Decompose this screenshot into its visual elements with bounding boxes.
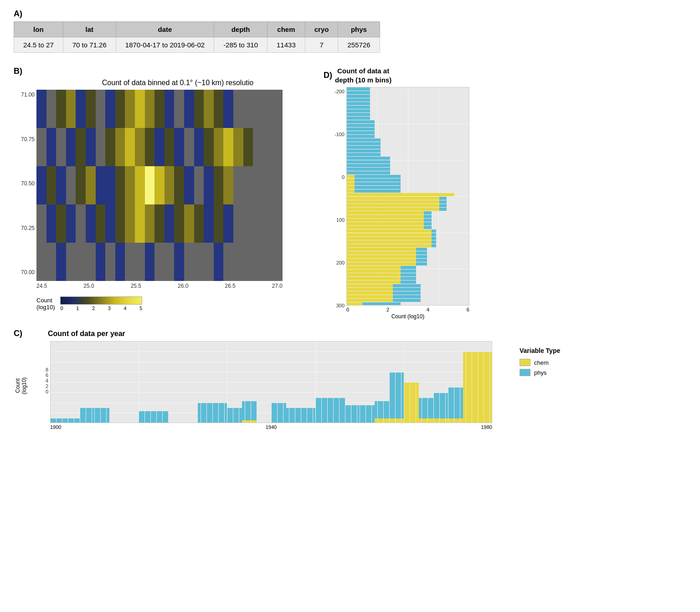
heatmap-legend: Count(log10) 012345: [36, 296, 314, 311]
ts-bar-chem: [413, 382, 416, 423]
ts-bar-chem: [446, 418, 448, 423]
section-c-label: C): [14, 329, 22, 338]
ts-bar-phys: [219, 403, 221, 423]
heatmap-cell: [66, 243, 76, 281]
depth-bar-chem: [347, 182, 355, 185]
ts-bar-chem: [469, 352, 472, 423]
section-d-title: Count of data atdepth (10 m bins): [335, 66, 391, 84]
heatmap-cell: [233, 204, 243, 243]
depth-bar-phys: [347, 149, 381, 153]
depth-bar-chem: [347, 204, 439, 207]
heatmap-xlabel: 27.0: [272, 283, 283, 289]
ts-bar-phys: [304, 408, 307, 423]
table-header-depth: depth: [214, 22, 268, 37]
heatmap-container: 71.0070.7570.5070.2570.00 24.525.025.526…: [14, 90, 314, 289]
heatmap-xlabel: 26.5: [225, 283, 235, 289]
heatmap-cell: [46, 243, 57, 281]
ts-bar-phys: [221, 403, 224, 423]
ts-bar-chem: [410, 382, 413, 423]
depth-bar-phys: [347, 142, 381, 145]
depth-xlabel: Count (log10): [346, 313, 469, 320]
heatmap-cell: [36, 166, 46, 204]
depth-bar-phys: [347, 113, 370, 116]
heatmap-cell: [243, 204, 253, 243]
depth-ylabel: 300: [324, 303, 346, 308]
heatmap-cell: [76, 243, 86, 281]
heatmap-cell: [125, 204, 135, 243]
heatmap-cell: [115, 166, 125, 204]
ts-bar-chem: [425, 418, 427, 423]
ts-bar-chem: [487, 352, 489, 423]
depth-xlabel-tick: 4: [427, 307, 429, 312]
depth-bar-chem: [347, 295, 393, 298]
ts-bar-phys: [451, 388, 454, 423]
var-legend-title: Variable Type: [520, 347, 560, 354]
ts-bar-chem: [398, 418, 401, 423]
ts-ylabel: 8: [27, 367, 50, 372]
heatmap-cell: [273, 204, 283, 243]
heatmap-cell: [273, 166, 283, 204]
depth-bar-chem: [347, 230, 432, 233]
heatmap-cell: [165, 204, 175, 243]
heatmap-cell: [243, 128, 253, 166]
heatmap-cell: [135, 243, 145, 281]
depth-xlabel-tick: 2: [386, 307, 389, 312]
heatmap-cell: [263, 128, 273, 166]
ts-bar-phys: [298, 408, 301, 423]
section-b-title: Count of data binned at 0.1° (~10 km) re…: [41, 79, 314, 87]
depth-bar-phys: [347, 164, 390, 167]
table-cell-lon: 24.5 to 27: [14, 37, 63, 53]
ts-bar-chem: [381, 418, 383, 423]
depth-bar-chem: [347, 240, 432, 244]
heatmap-cell: [204, 128, 214, 166]
ts-bar-chem: [443, 418, 445, 423]
heatmap-cell: [165, 166, 175, 204]
ts-bar-phys: [201, 403, 204, 423]
ts-bar-phys: [242, 401, 245, 423]
heatmap-cell: [86, 166, 96, 204]
depth-bar-chem: [347, 186, 355, 189]
heatmap-cell: [46, 166, 57, 204]
heatmap-cell: [204, 204, 214, 243]
ts-bar-phys: [313, 408, 316, 423]
heatmap-xaxis: 24.525.025.526.026.527.0: [36, 281, 283, 289]
heatmap-cell: [253, 166, 263, 204]
ts-canvas: [50, 341, 492, 423]
depth-chart-canvas: [346, 87, 469, 306]
legend-ticks: 012345: [60, 306, 142, 311]
heatmap-cell: [96, 128, 106, 166]
ts-bar-phys: [83, 408, 86, 423]
ts-bar-phys: [233, 408, 236, 423]
depth-bar-phys: [347, 91, 370, 94]
heatmap-cell: [214, 128, 224, 166]
heatmap-cell: [66, 204, 76, 243]
ts-bar-phys: [348, 405, 351, 423]
ts-bar-phys: [357, 405, 360, 423]
heatmap-cell: [154, 243, 165, 281]
ts-bar-phys: [330, 398, 333, 423]
heatmap-cell: [214, 243, 224, 281]
ts-bar-chem: [481, 352, 484, 423]
heatmap-cell: [46, 90, 57, 128]
ts-bar-phys: [227, 408, 230, 423]
ts-bar-phys: [342, 398, 345, 423]
heatmap-cell: [86, 90, 96, 128]
heatmap-cell: [214, 166, 224, 204]
ts-bar-phys: [225, 403, 227, 423]
ts-bar-phys: [103, 408, 106, 423]
ts-bar-phys: [454, 388, 457, 423]
heatmap-cell: [273, 128, 283, 166]
ts-bar-phys: [198, 403, 201, 423]
section-b: B) Count of data binned at 0.1° (~10 km)…: [14, 66, 314, 311]
ts-bar-phys: [392, 372, 395, 423]
depth-bar-chem: [347, 266, 401, 269]
heatmap-cell: [214, 204, 224, 243]
depth-ylabel: 100: [324, 217, 346, 223]
depth-bar-phys: [347, 128, 375, 131]
heatmap-cell: [36, 128, 46, 166]
heatmap-cell: [135, 204, 145, 243]
heatmap-cell: [145, 90, 155, 128]
heatmap-cell: [214, 90, 224, 128]
ts-bar-phys: [292, 408, 295, 423]
heatmap-cell: [174, 204, 184, 243]
